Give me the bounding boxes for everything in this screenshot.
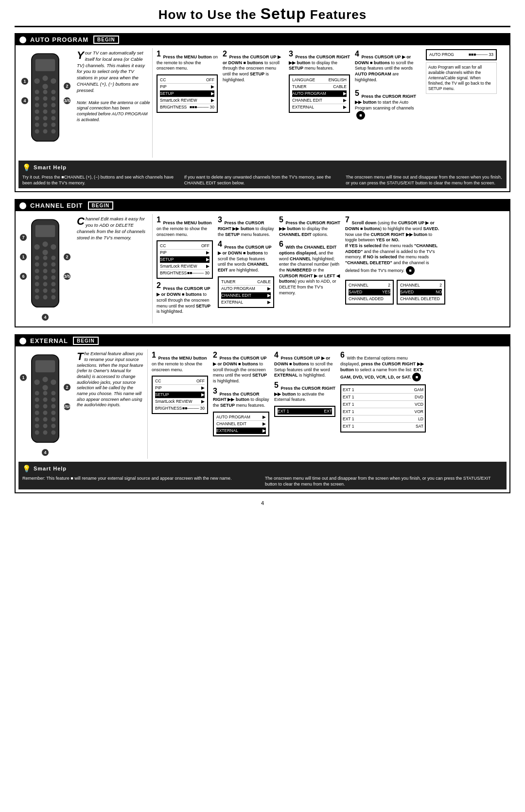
ext-step-num-2: 2 xyxy=(213,351,217,359)
smart-help-label-1: Smart Help xyxy=(34,164,67,171)
smart-help-col-2: If you want to delete any unwanted chann… xyxy=(184,174,341,186)
svg-point-66 xyxy=(35,404,39,409)
ext-step-1-text: Press the MENU button on the remote to s… xyxy=(152,356,207,372)
svg-point-57 xyxy=(42,377,48,382)
ce-step-num-3: 3 xyxy=(218,216,222,224)
num-badge-35c: 3/5/6 xyxy=(63,403,71,411)
num-badge-2c: 2 xyxy=(63,383,71,391)
remote-area-2: 7 1 6 2 3/5 4 xyxy=(18,214,72,324)
svg-point-12 xyxy=(35,103,39,108)
svg-rect-1 xyxy=(35,59,55,72)
page-number: 4 xyxy=(15,500,510,506)
num-badge-4c: 4 xyxy=(41,449,49,456)
drop-cap-2: C xyxy=(77,216,85,227)
bulb-icon-1: 💡 xyxy=(22,163,31,172)
step-5-text: Press the CURSOR RIGHT ▶▶ button to star… xyxy=(355,94,416,118)
drop-cap-3: T xyxy=(77,351,83,362)
ext-step-num-4: 4 xyxy=(274,351,279,359)
svg-point-61 xyxy=(43,391,48,396)
channel-edit-intro: Channel Edit makes it easy for you to AD… xyxy=(75,214,153,324)
num-badge-35: 3/5 xyxy=(63,272,71,280)
screen-row-highlighted: SAVEDNO xyxy=(400,289,442,296)
screen-row-highlighted: EXT 1EXT xyxy=(278,408,332,415)
ce-step-5: 5 Press the CURSOR RIGHT ▶▶ button to di… xyxy=(278,214,341,316)
ce-step-3-text: Press the CURSOR RIGHT ▶▶ button to disp… xyxy=(218,220,274,236)
step-1-text: Press the MENU button on the remote to s… xyxy=(157,54,218,71)
svg-point-60 xyxy=(35,391,39,396)
smart-help-cols-1: Try it out. Press the ■CHANNEL (+), (−) … xyxy=(22,174,503,186)
svg-point-80 xyxy=(51,431,55,435)
bulb-icon-2: 💡 xyxy=(22,464,31,473)
svg-point-49 xyxy=(43,289,48,293)
drop-cap-1: Y xyxy=(77,50,84,61)
screen-row: CHANNEL ADDED xyxy=(349,296,390,302)
title-setup: Setup xyxy=(261,5,306,22)
auto-program-section: Auto Program BEGIN xyxy=(15,33,510,192)
page-container: How to Use the Setup Features Auto Progr… xyxy=(0,0,525,516)
ext-step-num-5: 5 xyxy=(274,381,279,389)
smart-help-title-1: 💡 Smart Help xyxy=(22,163,503,172)
ce-step-num-7: 7 xyxy=(345,216,350,224)
num-badge-3: 2 xyxy=(63,82,71,90)
screen-row: CHANNEL DELETED xyxy=(400,296,442,302)
svg-point-62 xyxy=(51,391,55,396)
steps-row-1: 1 Press the MENU button on the remote to… xyxy=(156,48,507,121)
svg-point-20 xyxy=(51,116,55,121)
page-title: How to Use the Setup Features xyxy=(15,5,510,27)
screen-row: PIP▶ xyxy=(160,84,214,90)
screen-row: EXT 1VOR xyxy=(343,409,423,415)
svg-point-7 xyxy=(43,90,48,94)
svg-point-35 xyxy=(51,256,55,260)
svg-point-58 xyxy=(51,379,56,385)
svg-point-11 xyxy=(51,96,55,101)
screen-mockup-3: AUTO PROG■■■──── 33 xyxy=(426,49,497,60)
ext-step-num-1: 1 xyxy=(152,351,156,359)
stop-badge-2: ■ xyxy=(406,266,415,275)
screen-row-highlighted: CHANNEL EDIT▶ xyxy=(221,292,271,299)
remote-area-3: 1 2 3/5/6 4 xyxy=(18,349,72,459)
auto-program-intro: Your TV can automatically set itself for… xyxy=(75,48,153,158)
external-intro: The External feature allows you to renam… xyxy=(75,349,148,459)
screen-row-highlighted: SETUP▶ xyxy=(160,256,210,263)
screen-row: EXTERNAL▶ xyxy=(221,299,271,306)
begin-badge-2: BEGIN xyxy=(88,201,114,210)
step-4-text: Press CURSOR UP ▶ or DOWN ■ buttons to s… xyxy=(355,54,413,82)
ext-name-list: EXT 1GAM EXT 1DVD EXT 1VCD EXT 1VOR EXT … xyxy=(340,384,426,432)
stop-badge-1: ■ xyxy=(356,111,365,120)
svg-point-71 xyxy=(51,411,55,415)
svg-point-16 xyxy=(43,109,48,114)
svg-point-65 xyxy=(51,397,55,402)
svg-point-33 xyxy=(35,256,39,260)
svg-point-67 xyxy=(43,404,48,409)
smart-help-2: 💡 Smart Help Remember: This feature ■ wi… xyxy=(18,462,507,489)
screen-row: CCOFF xyxy=(155,378,205,385)
ext-smart-help-col-1: Remember: This feature ■ will rename you… xyxy=(22,475,260,487)
screen-row-highlighted: EXTERNAL▶ xyxy=(216,428,266,434)
svg-point-40 xyxy=(43,269,48,273)
step-num-4: 4 xyxy=(355,50,359,58)
svg-point-8 xyxy=(51,90,55,94)
svg-point-42 xyxy=(35,275,39,280)
svg-point-72 xyxy=(35,417,39,422)
auto-program-body: 1 4 2 3/5 Your TV can automatically set … xyxy=(16,45,509,161)
svg-point-14 xyxy=(51,103,55,108)
svg-point-70 xyxy=(43,411,48,415)
svg-point-68 xyxy=(51,404,55,409)
svg-point-31 xyxy=(51,244,56,250)
ext-step-3: 3 Press the CURSOR RIGHT ▶▶ button to di… xyxy=(213,386,269,409)
screen-row: EXT 1LD xyxy=(343,416,423,423)
remote-svg-1 xyxy=(23,48,67,158)
ce-step-6: 6 With the CHANNEL EDIT options displaye… xyxy=(279,239,340,296)
ce-screen-yes: CHANNEL2 SAVEDYES CHANNEL ADDED xyxy=(345,280,394,305)
screen-row: AUTO PROG■■■──── 33 xyxy=(429,52,493,58)
svg-point-32 xyxy=(42,250,48,255)
screen-row: TUNERCABLE xyxy=(292,84,347,90)
ext-step-2-text: Press the CURSOR UP ▶ or DOWN ■ buttons … xyxy=(213,356,267,383)
ce-step-7-text: Scroll down (using the CURSOR UP ▶ or DO… xyxy=(345,220,439,273)
external-body: 1 2 3/5/6 4 The External feature allows … xyxy=(16,346,509,462)
channel-edit-body: 7 1 6 2 3/5 4 Channel Edit makes it easy… xyxy=(16,211,509,326)
svg-point-50 xyxy=(51,289,55,293)
channel-edit-steps: 1 Press the MENU button on the remote to… xyxy=(156,214,507,324)
remote-svg-3 xyxy=(23,349,67,459)
smart-help-1: 💡 Smart Help Try it out. Press the ■CHAN… xyxy=(18,161,507,188)
